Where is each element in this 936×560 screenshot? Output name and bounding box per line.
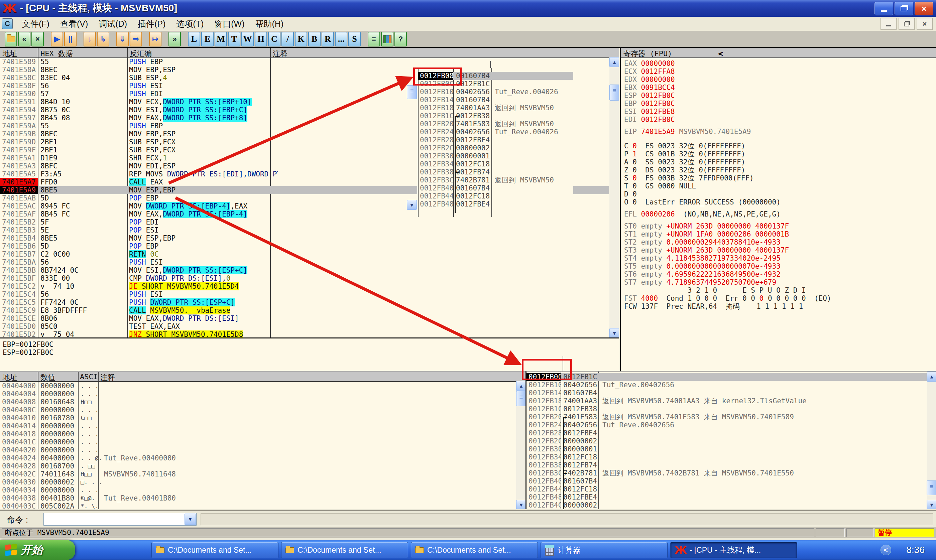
flag-c[interactable]: C 0 ES 0023 32位 0(FFFFFFFF) <box>624 142 745 150</box>
flag-a[interactable]: A 0 SS 0023 32位 0(FFFFFFFF) <box>624 158 745 166</box>
dump-scrollbar-thumb[interactable] <box>516 391 525 406</box>
register-eax[interactable]: EAX 00000000 <box>624 60 675 68</box>
stack-row[interactable]: 0012FB1000402656Tut_Reve.00402656 <box>526 381 927 389</box>
overlay-stack-row[interactable]: 0012FB380012FB74 <box>418 168 573 176</box>
register-edx[interactable]: EDX 00000000 <box>624 75 675 83</box>
stack-row[interactable]: 0012FB2400402656Tut_Reve.00402656 <box>526 421 927 429</box>
toolbar-view-references-button[interactable]: R <box>322 32 334 46</box>
overlay-stack-row[interactable]: 0012FB340012FC18 <box>418 160 573 168</box>
dump-scroll-up-icon[interactable]: ▲ <box>516 381 525 391</box>
toolbar-pause-button[interactable]: || <box>64 32 77 46</box>
dump-row[interactable]: 0040402C74011648H□□MSVBVM50.74011648 <box>0 470 516 478</box>
flag-t[interactable]: T 0 GS 0000 NULL <box>624 182 696 190</box>
menu-item[interactable]: 调试(D) <box>93 17 132 31</box>
toolbar-open-file-button[interactable] <box>5 32 17 46</box>
overlay-stack-row[interactable]: 0012FB40001607B4 <box>418 184 573 192</box>
dump-row[interactable]: 0040403C005C002A*. \. <box>0 502 516 509</box>
tray-chevron-icon[interactable]: < <box>881 545 891 555</box>
disasm-row[interactable]: 7401E5C5FF7424 0CPUSH DWORD PTR SS:[ESP+… <box>0 298 609 306</box>
toolbar-view-cpu-button[interactable]: C <box>268 32 280 46</box>
register-edi[interactable]: EDI 0012FB0C <box>624 115 675 124</box>
dump-row[interactable]: 0040403000000002□. . . <box>0 478 516 486</box>
overlay-scrollbar-thumb[interactable] <box>407 85 417 99</box>
dump-row[interactable]: 0040400800160648H□□ <box>0 398 516 406</box>
stack-row[interactable]: 0012FB14001607B4 <box>526 389 927 397</box>
stack-row[interactable]: 0012FB380012FB74 <box>526 461 927 469</box>
overlay-stack-row[interactable]: 0012FB3000000001 <box>418 152 573 160</box>
register-st7[interactable]: ST7 empty 4.7189637449520750700e+679 <box>624 278 776 286</box>
disasm-row[interactable]: 7401E5B48BE5MOV ESP,EBP <box>0 234 609 242</box>
toolbar-view-memory-button[interactable]: M <box>215 32 227 46</box>
disasm-row[interactable]: 7401E5B65DPOP EBP <box>0 242 609 250</box>
taskbar-button[interactable]: Ж- [CPU - 主线程, 模... <box>670 542 797 558</box>
stack-scroll-up-icon[interactable]: ▲ <box>927 372 936 382</box>
disasm-row[interactable]: 7401E5BA56PUSH ESI <box>0 258 609 266</box>
register-st0[interactable]: ST0 empty +UNORM 263D 00000000 4000137F <box>624 222 789 230</box>
command-dropdown-icon[interactable]: ▼ <box>185 514 196 525</box>
disasm-row[interactable]: 7401E5B35EPOP ESI <box>0 226 609 234</box>
register-st2[interactable]: ST2 empty 0.0000000294403788410e-4933 <box>624 238 781 246</box>
overlay-stack-row[interactable]: 0012FB280012FBE4 <box>418 136 573 144</box>
stack-row[interactable]: 0012FB4C00000002 <box>526 501 927 509</box>
toolbar-view-executables-button[interactable]: E <box>201 32 214 46</box>
dump-row[interactable]: 0040400C00000000. . . . <box>0 406 516 414</box>
overlay-stack-row[interactable]: 0012FB2C00000002 <box>418 144 573 152</box>
dump-row[interactable]: 0040402800160700. □□ <box>0 462 516 470</box>
toolbar-view-windows-button[interactable]: W <box>241 32 254 46</box>
toolbar-view-breakpoints-button[interactable]: B <box>308 32 320 46</box>
menu-item[interactable]: 帮助(H) <box>250 17 289 31</box>
disasm-row[interactable]: 7401E5B7C2 0C00RETN 0C <box>0 250 609 258</box>
flag-s[interactable]: S 0 FS 003B 32位 7FFDF000(FFF) <box>624 174 754 182</box>
register-st3[interactable]: ST3 empty +UNORM 263D 00000000 4000137F <box>624 246 789 254</box>
toolbar-close-button[interactable]: × <box>31 32 44 46</box>
stack-row[interactable]: 0012FB280012FBE4 <box>526 429 927 437</box>
register-esp[interactable]: ESP 0012FB0C <box>624 92 675 100</box>
toolbar-execute-till-return-button[interactable]: ↦ <box>149 32 162 46</box>
dump-row[interactable]: 0040402400400000. . @.Tut_Reve.00400000 <box>0 454 516 462</box>
register-st5[interactable]: ST5 empty 0.0000000000000000070e-4933 <box>624 262 781 270</box>
mdi-minimize-button[interactable] <box>881 18 896 30</box>
stack-row[interactable]: 0012FB3C7402B781返回到 MSVBVM50.7402B781 来自… <box>526 469 927 477</box>
mdi-restore-button[interactable] <box>899 18 914 30</box>
register-st4[interactable]: ST4 empty 4.1184538827197334020e-2495 <box>624 254 781 262</box>
dump-row[interactable]: 0040400400000000. . . . <box>0 390 516 398</box>
taskbar-button[interactable]: C:\Documents and Set... <box>151 542 279 558</box>
toolbar-view-source-button[interactable]: S <box>348 32 361 46</box>
stack-scroll-down-icon[interactable]: ▼ <box>927 500 936 509</box>
dump-row[interactable]: 0040403800401B80€□@.Tut_Reve.00401B80 <box>0 494 516 502</box>
disasm-row[interactable]: 7401E5C456PUSH ESI <box>0 290 609 298</box>
disasm-row[interactable]: 7401E5D085C0TEST EAX,EAX <box>0 322 609 331</box>
toolbar-step-over-button[interactable]: ↳ <box>97 32 109 46</box>
stack-row[interactable]: 0012FB480012FBE4 <box>526 493 927 501</box>
toolbar-view-run-trace-button[interactable]: ... <box>335 32 347 46</box>
dump-row[interactable]: 0040401800000000. . . . <box>0 430 516 438</box>
register-st1[interactable]: ST1 empty +UNORM 1FA0 00000286 0000001B <box>624 230 789 238</box>
stack-scrollbar-thumb[interactable] <box>927 480 936 495</box>
menu-item[interactable]: 插件(P) <box>132 17 171 31</box>
toolbar-view-handles-button[interactable]: H <box>255 32 267 46</box>
register-fcw[interactable]: FCW 137F Prec NEAR,64 掩码 1 1 1 1 1 1 <box>624 302 803 311</box>
overlay-stack-row[interactable]: 0012FB1C0012FB38 <box>418 112 573 120</box>
menu-item[interactable]: 查看(V) <box>55 17 93 31</box>
taskbar-button[interactable]: C:\Documents and Set... <box>281 542 408 558</box>
stack-row[interactable]: 0012FB1C0012FB38 <box>526 405 927 413</box>
toolbar-go-to-button[interactable]: » <box>168 32 181 46</box>
stack-row[interactable]: 0012FB1874001AA3返回到 MSVBVM50.74001AA3 来自… <box>526 397 927 405</box>
flag-o[interactable]: O 0 LastErr ERROR_SUCCESS (00000000) <box>624 198 781 206</box>
register-ebp[interactable]: EBP 0012FB0C <box>624 100 675 108</box>
toolbar-animate-over-button[interactable]: ⇒ <box>130 32 142 46</box>
flag-z[interactable]: Z 0 DS 0023 32位 0(FFFFFFFF) <box>624 166 745 174</box>
overlay-stack-row[interactable]: 0012FB3C7402B781返回到 MSVBVM50 <box>418 176 573 184</box>
dump-row[interactable]: 0040401C00000000. . . . <box>0 438 516 446</box>
overlay-stack-row[interactable]: 0012FB2400402656Tut_Reve.004026 <box>418 128 573 136</box>
flag-d[interactable]: D 0 <box>624 190 645 198</box>
toolbar-view-log-button[interactable]: L <box>188 32 200 46</box>
disasm-row[interactable]: 7401E58955PUSH EBP <box>0 58 609 66</box>
flag-p[interactable]: P 1 CS 001B 32位 0(FFFFFFFF) <box>624 150 745 158</box>
register-efl[interactable]: EFL 00000206 (NO,NB,NE,A,NS,PE,GE,G) <box>624 210 781 218</box>
dump-scroll-down-icon[interactable]: ▼ <box>516 500 525 509</box>
register-ebx[interactable]: EBX 0091BCC4 <box>624 83 675 92</box>
disasm-scroll-down-icon[interactable]: ▼ <box>610 328 619 337</box>
close-button[interactable]: × <box>914 2 933 15</box>
stack-row[interactable]: 0012FB207401E583返回到 MSVBVM50.7401E583 来自… <box>526 413 927 421</box>
